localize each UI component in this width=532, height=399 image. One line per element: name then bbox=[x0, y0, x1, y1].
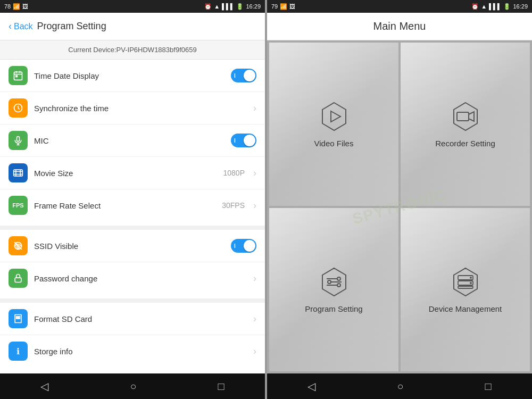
back-chevron-icon: ‹ bbox=[9, 21, 12, 32]
header-bar: ‹ Back Program Setting bbox=[0, 13, 265, 40]
main-menu-header: Main Menu bbox=[267, 13, 532, 40]
time-date-label: Time Date Display bbox=[34, 71, 225, 80]
settings-item-time-date[interactable]: Time Date Display I bbox=[0, 60, 265, 92]
svg-marker-17 bbox=[322, 103, 346, 130]
right-status-number: 79 bbox=[271, 3, 278, 10]
signal-icon: ▌▌▌ bbox=[222, 3, 234, 10]
svg-rect-33 bbox=[458, 286, 473, 288]
recorder-setting-icon bbox=[450, 101, 481, 132]
page-title: Program Setting bbox=[37, 21, 106, 32]
section-divider-2 bbox=[0, 298, 265, 303]
toggle-knob-mic bbox=[244, 135, 255, 146]
storage-label: Storge info bbox=[34, 347, 245, 356]
password-label: Password change bbox=[34, 274, 245, 283]
svg-rect-14 bbox=[16, 317, 18, 319]
time-date-icon bbox=[9, 66, 28, 85]
svg-rect-16 bbox=[19, 317, 20, 319]
right-wifi-icon: ▲ bbox=[481, 3, 487, 10]
ssid-toggle[interactable]: I bbox=[231, 239, 256, 253]
settings-item-mic[interactable]: MIC I bbox=[0, 124, 265, 157]
left-status-bar: 78 📶 🖼 ⏰ ▲ ▌▌▌ 🔋 16:29 bbox=[0, 0, 265, 13]
device-management-label: Device Management bbox=[429, 304, 502, 313]
toggle-knob-ssid bbox=[244, 240, 255, 252]
svg-rect-15 bbox=[18, 317, 19, 319]
settings-item-sync-time[interactable]: Synchronize the time › bbox=[0, 92, 265, 124]
right-nav-home-icon[interactable]: ○ bbox=[397, 380, 403, 393]
frame-rate-icon: FPS bbox=[9, 196, 28, 215]
svg-point-30 bbox=[470, 277, 472, 279]
sync-time-chevron-icon: › bbox=[253, 103, 256, 114]
sync-time-icon bbox=[9, 98, 28, 118]
right-status-bar: 79 📶 🖼 ⏰ ▲ ▌▌▌ 🔋 16:29 bbox=[267, 0, 532, 13]
format-sd-icon bbox=[9, 309, 28, 328]
svg-point-32 bbox=[470, 282, 472, 284]
right-phone-icon: 📶 bbox=[280, 3, 287, 10]
format-sd-label: Format SD Card bbox=[34, 314, 245, 323]
battery-icon: 🔋 bbox=[236, 3, 244, 10]
image-icon: 🖼 bbox=[22, 3, 28, 10]
settings-item-storage[interactable]: ℹ Storge info › bbox=[0, 335, 265, 367]
alarm-icon: ⏰ bbox=[204, 3, 212, 10]
svg-rect-0 bbox=[14, 72, 22, 80]
right-nav-back-icon[interactable]: ◁ bbox=[307, 380, 315, 393]
settings-section-1: Time Date Display I Synchronize the t bbox=[0, 60, 265, 221]
sync-time-label: Synchronize the time bbox=[34, 104, 245, 113]
movie-size-value: 1080P bbox=[223, 169, 245, 177]
settings-item-password[interactable]: Password change › bbox=[0, 262, 265, 294]
right-time-display: 16:29 bbox=[513, 3, 528, 10]
frame-rate-chevron-icon: › bbox=[253, 200, 256, 211]
back-button[interactable]: ‹ Back bbox=[9, 21, 33, 32]
right-nav-bar: ◁ ○ □ bbox=[267, 373, 532, 399]
frame-rate-label: Frame Rate Select bbox=[34, 201, 215, 210]
time-date-toggle[interactable]: I bbox=[231, 69, 256, 82]
format-sd-chevron-icon: › bbox=[253, 313, 256, 325]
storage-chevron-icon: › bbox=[253, 346, 256, 357]
password-icon bbox=[9, 269, 28, 288]
settings-item-ssid[interactable]: SSID Visible I bbox=[0, 230, 265, 262]
program-setting-label: Program Setting bbox=[305, 304, 362, 313]
settings-item-movie-size[interactable]: Movie Size 1080P › bbox=[0, 157, 265, 189]
settings-item-format-sd[interactable]: Format SD Card › bbox=[0, 303, 265, 335]
toggle-label: I bbox=[234, 73, 236, 79]
nav-home-icon[interactable]: ○ bbox=[130, 380, 136, 393]
right-signal-icon: ▌▌▌ bbox=[489, 3, 501, 10]
svg-point-25 bbox=[328, 280, 331, 284]
status-right-icons: ⏰ ▲ ▌▌▌ 🔋 16:29 bbox=[204, 3, 261, 10]
right-nav-recents-icon[interactable]: □ bbox=[485, 380, 491, 393]
menu-item-recorder-setting[interactable]: Recorder Setting bbox=[401, 43, 530, 206]
wifi-icon: ▲ bbox=[214, 3, 220, 10]
nav-back-icon[interactable]: ◁ bbox=[40, 380, 48, 393]
time-display: 16:29 bbox=[246, 3, 261, 10]
status-number: 78 bbox=[4, 3, 11, 10]
mic-toggle[interactable]: I bbox=[231, 134, 256, 147]
main-menu-grid: SPYTRONIC Video Files bbox=[267, 40, 532, 373]
main-menu-content: Main Menu SPYTRONIC Video Files bbox=[267, 13, 532, 373]
svg-rect-9 bbox=[14, 170, 23, 176]
ssid-icon bbox=[9, 236, 28, 255]
toggle-label-mic: I bbox=[234, 138, 236, 144]
right-status-right: ⏰ ▲ ▌▌▌ 🔋 16:29 bbox=[471, 3, 528, 10]
recorder-setting-label: Recorder Setting bbox=[435, 139, 495, 148]
mic-label: MIC bbox=[34, 136, 225, 145]
svg-rect-4 bbox=[16, 76, 17, 77]
password-chevron-icon: › bbox=[253, 273, 256, 284]
right-battery-icon: 🔋 bbox=[503, 3, 511, 10]
movie-size-chevron-icon: › bbox=[253, 168, 256, 179]
right-image-icon: 🖼 bbox=[289, 3, 295, 10]
settings-section-2: SSID Visible I Password change bbox=[0, 230, 265, 294]
device-management-icon bbox=[450, 266, 481, 298]
frame-rate-value: 30FPS bbox=[222, 201, 245, 210]
video-files-icon bbox=[318, 101, 350, 132]
nav-recents-icon[interactable]: □ bbox=[218, 380, 224, 393]
right-status-left: 79 📶 🖼 bbox=[271, 3, 295, 10]
section-divider-1 bbox=[0, 226, 265, 230]
menu-item-program-setting[interactable]: Program Setting bbox=[269, 208, 398, 371]
menu-item-device-management[interactable]: Device Management bbox=[401, 208, 530, 371]
storage-icon: ℹ bbox=[9, 342, 28, 361]
status-left-icons: 78 📶 🖼 bbox=[4, 3, 28, 10]
settings-item-frame-rate[interactable]: FPS Frame Rate Select 30FPS › bbox=[0, 189, 265, 221]
menu-item-video-files[interactable]: Video Files bbox=[269, 43, 398, 206]
svg-marker-28 bbox=[454, 268, 477, 296]
svg-rect-6 bbox=[17, 137, 20, 142]
back-label[interactable]: Back bbox=[14, 22, 33, 31]
